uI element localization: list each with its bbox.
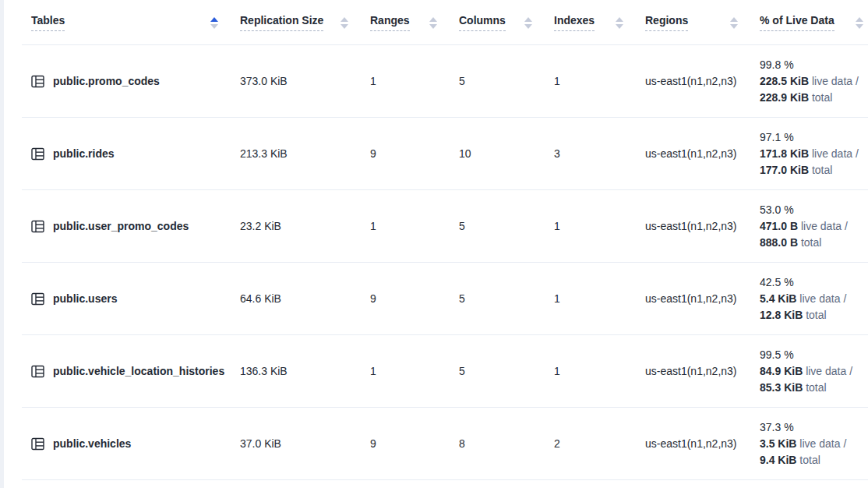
replication-size-cell: 373.0 KiB (240, 45, 370, 117)
column-header-label: Tables (31, 14, 65, 31)
live-data-percent: 99.5 % (760, 347, 794, 363)
pct-live-data-cell: 37.3 % 3.5 KiB live data / 9.4 KiB total (760, 408, 868, 479)
total-size-line: 85.3 KiB total (760, 380, 827, 396)
live-data-size-line: 84.9 KiB live data / (760, 363, 852, 380)
indexes-cell: 2 (554, 408, 645, 479)
table-header-row: Tables Replication Size Ranges Columns I… (22, 0, 868, 45)
column-header-columns[interactable]: Columns (459, 0, 554, 44)
columns-cell: 5 (459, 335, 554, 407)
column-header-label: Replication Size (240, 14, 323, 31)
live-data-percent: 53.0 % (760, 202, 794, 218)
column-header-label: Ranges (370, 14, 410, 31)
live-data-percent: 99.8 % (760, 57, 794, 73)
regions-cell: us-east1(n1,n2,n3) (645, 190, 760, 262)
total-size-line: 9.4 KiB total (760, 452, 820, 469)
live-data-size-line: 3.5 KiB live data / (760, 436, 846, 452)
columns-cell: 5 (459, 190, 554, 262)
regions-cell: us-east1(n1,n2,n3) (645, 45, 760, 117)
indexes-cell: 1 (554, 45, 645, 117)
sort-icon[interactable] (340, 16, 348, 29)
table-icon (31, 437, 44, 451)
table-name[interactable]: public.rides (53, 147, 115, 160)
live-data-percent: 42.5 % (760, 274, 794, 291)
live-data-percent: 97.1 % (760, 129, 794, 146)
table-name[interactable]: public.users (53, 292, 117, 305)
ranges-cell: 1 (370, 335, 459, 407)
page-left-edge (0, 0, 4, 488)
indexes-cell: 1 (554, 190, 645, 262)
replication-size-cell: 37.0 KiB (240, 408, 370, 479)
table-icon (31, 220, 44, 233)
column-header-label: Indexes (554, 14, 595, 31)
ranges-cell: 9 (370, 263, 459, 334)
columns-cell: 8 (459, 408, 554, 479)
column-header-label: % of Live Data (760, 14, 834, 31)
table-name-cell[interactable]: public.promo_codes (22, 45, 240, 117)
total-size-line: 228.9 KiB total (760, 90, 832, 106)
column-header-pct-live-data[interactable]: % of Live Data (760, 0, 868, 44)
table-icon (31, 75, 44, 88)
replication-size-cell: 136.3 KiB (240, 335, 370, 407)
sort-icon[interactable] (210, 16, 218, 29)
table-icon (31, 365, 44, 378)
column-header-tables[interactable]: Tables (22, 0, 240, 44)
column-header-regions[interactable]: Regions (645, 0, 760, 44)
table-name-cell[interactable]: public.users (22, 263, 240, 334)
table-body: public.promo_codes 373.0 KiB 1 5 1 us-ea… (22, 45, 868, 480)
ranges-cell: 1 (370, 190, 459, 262)
column-header-label: Regions (645, 14, 688, 31)
total-size-line: 888.0 B total (760, 235, 821, 251)
regions-cell: us-east1(n1,n2,n3) (645, 408, 760, 479)
table-name[interactable]: public.user_promo_codes (53, 220, 189, 232)
table-row[interactable]: public.promo_codes 373.0 KiB 1 5 1 us-ea… (22, 45, 868, 118)
table-name-cell[interactable]: public.rides (22, 118, 240, 189)
table-name[interactable]: public.vehicles (53, 437, 131, 450)
column-header-indexes[interactable]: Indexes (554, 0, 645, 44)
regions-cell: us-east1(n1,n2,n3) (645, 335, 760, 407)
pct-live-data-cell: 97.1 % 171.8 KiB live data / 177.0 KiB t… (760, 118, 868, 189)
replication-size-cell: 213.3 KiB (240, 118, 370, 189)
indexes-cell: 3 (554, 118, 645, 189)
table-row[interactable]: public.rides 213.3 KiB 9 10 3 us-east1(n… (22, 118, 868, 190)
ranges-cell: 9 (370, 118, 459, 189)
pct-live-data-cell: 99.8 % 228.5 KiB live data / 228.9 KiB t… (760, 45, 868, 117)
regions-cell: us-east1(n1,n2,n3) (645, 118, 760, 189)
sort-icon[interactable] (429, 16, 437, 29)
table-name[interactable]: public.promo_codes (53, 75, 160, 87)
total-size-line: 177.0 KiB total (760, 162, 832, 179)
ranges-cell: 9 (370, 408, 459, 479)
indexes-cell: 1 (554, 335, 645, 407)
table-row[interactable]: public.vehicles 37.0 KiB 9 8 2 us-east1(… (22, 408, 868, 480)
sort-icon[interactable] (616, 16, 623, 29)
tables-list: Tables Replication Size Ranges Columns I… (22, 0, 868, 480)
columns-cell: 5 (459, 45, 554, 117)
live-data-percent: 37.3 % (760, 419, 794, 436)
live-data-size-line: 228.5 KiB live data / (760, 73, 859, 90)
pct-live-data-cell: 42.5 % 5.4 KiB live data / 12.8 KiB tota… (760, 263, 868, 334)
columns-cell: 5 (459, 263, 554, 334)
table-icon (31, 147, 44, 161)
table-name[interactable]: public.vehicle_location_histories (53, 365, 224, 377)
replication-size-cell: 23.2 KiB (240, 190, 370, 262)
sort-icon[interactable] (856, 16, 863, 29)
ranges-cell: 1 (370, 45, 459, 117)
table-row[interactable]: public.users 64.6 KiB 9 5 1 us-east1(n1,… (22, 263, 868, 335)
table-row[interactable]: public.vehicle_location_histories 136.3 … (22, 335, 868, 408)
table-name-cell[interactable]: public.vehicle_location_histories (22, 335, 240, 407)
column-header-label: Columns (459, 14, 506, 31)
table-row[interactable]: public.user_promo_codes 23.2 KiB 1 5 1 u… (22, 190, 868, 263)
live-data-size-line: 171.8 KiB live data / (760, 146, 859, 162)
live-data-size-line: 5.4 KiB live data / (760, 291, 846, 307)
sort-icon[interactable] (730, 16, 738, 29)
columns-cell: 10 (459, 118, 554, 189)
pct-live-data-cell: 53.0 % 471.0 B live data / 888.0 B total (760, 190, 868, 262)
live-data-size-line: 471.0 B live data / (760, 218, 848, 235)
sort-icon[interactable] (524, 16, 532, 29)
table-name-cell[interactable]: public.vehicles (22, 408, 240, 479)
table-name-cell[interactable]: public.user_promo_codes (22, 190, 240, 262)
column-header-ranges[interactable]: Ranges (370, 0, 459, 44)
column-header-replication-size[interactable]: Replication Size (240, 0, 370, 44)
pct-live-data-cell: 99.5 % 84.9 KiB live data / 85.3 KiB tot… (760, 335, 868, 407)
replication-size-cell: 64.6 KiB (240, 263, 370, 334)
table-icon (31, 292, 44, 306)
